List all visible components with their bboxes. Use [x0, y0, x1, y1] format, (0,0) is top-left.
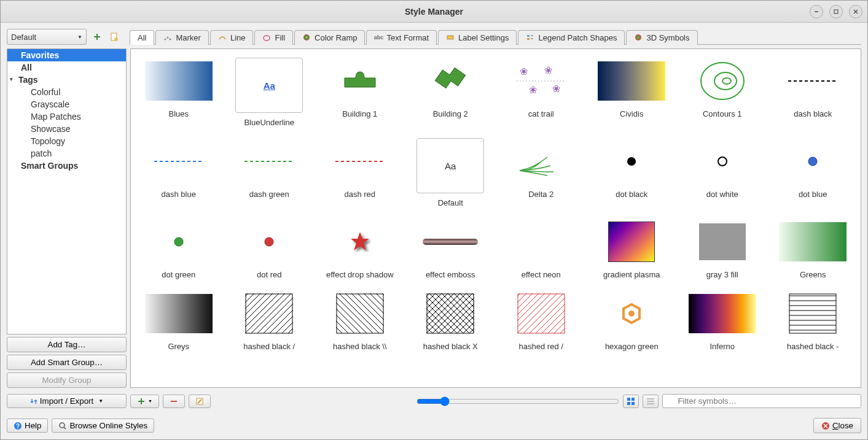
gallery-item[interactable]: effect emboss [407, 216, 495, 282]
gallery-item[interactable]: hashed black - [769, 288, 858, 353]
gallery-item-thumb [595, 218, 668, 265]
gallery-item[interactable]: Cividis [588, 55, 676, 129]
chevron-down-icon: ▼ [98, 398, 103, 404]
gallery-item[interactable]: Greens [769, 216, 858, 282]
gallery-item[interactable]: AaBlueUnderline [225, 55, 314, 129]
gallery-item-label: gray 3 fill [706, 270, 738, 279]
gallery-item[interactable]: dash green [225, 136, 314, 210]
tree-tag-topology[interactable]: Topology [7, 135, 126, 147]
maximize-button[interactable] [829, 5, 843, 18]
tree-all[interactable]: All [7, 61, 126, 74]
import-export-button[interactable]: Import / Export ▼ [7, 394, 127, 408]
gallery-item-label: Building 2 [433, 109, 468, 118]
gallery-item[interactable]: Building 1 [316, 55, 404, 129]
gallery-item[interactable]: dash black [769, 55, 858, 129]
add-tag-button[interactable]: Add Tag… [7, 337, 127, 352]
gallery-item[interactable]: Delta 2 [497, 136, 585, 210]
gallery-item[interactable]: Building 2 [407, 55, 495, 129]
gallery-item[interactable]: Contours 1 [678, 55, 767, 129]
help-button[interactable]: ? Help [7, 419, 48, 433]
gallery-item[interactable]: Inferno [678, 288, 767, 353]
tab-color-ramp[interactable]: Color Ramp [294, 30, 365, 45]
close-button[interactable]: CCloselose [813, 418, 861, 433]
edit-icon [195, 397, 204, 406]
tab-marker[interactable]: Marker [155, 30, 208, 45]
gallery-item[interactable]: hashed red / [497, 288, 585, 353]
svg-text:❀: ❀ [520, 66, 528, 77]
minimize-button[interactable] [810, 5, 823, 18]
gallery-item[interactable]: hashed black \\ [316, 288, 404, 353]
gallery-item-thumb [776, 218, 849, 265]
tree-tag-map-patches[interactable]: Map Patches [7, 110, 126, 123]
style-dropdown[interactable]: Default ▼ [7, 29, 87, 45]
main-area: Favorites All Tags Colorful Grayscale Ma… [7, 48, 861, 388]
filter-input[interactable] [662, 394, 861, 408]
gallery-item[interactable]: AaDefault [407, 136, 495, 210]
tree-tag-patch[interactable]: patch [7, 147, 126, 160]
gallery-item[interactable]: hexagon green [588, 288, 676, 353]
svg-point-9 [165, 39, 166, 41]
grid-view-button[interactable] [623, 395, 639, 408]
add-smart-group-button[interactable]: Add Smart Group… [7, 355, 127, 370]
gallery-item[interactable]: gradient plasma [588, 216, 676, 282]
symbol-gallery[interactable]: BluesAaBlueUnderlineBuilding 1Building 2… [130, 48, 861, 388]
svg-point-8 [167, 37, 169, 39]
gallery-item[interactable]: dot black [588, 136, 676, 210]
gallery-item[interactable]: Blues [135, 55, 223, 129]
gallery-item-label: dot green [162, 270, 195, 279]
tab-text-format[interactable]: abc Text Format [366, 30, 437, 45]
tree-smart-groups[interactable]: Smart Groups [7, 160, 126, 172]
tab-fill[interactable]: Fill [254, 30, 293, 45]
filter-wrap: 🔍 [662, 394, 861, 408]
svg-marker-36 [351, 232, 369, 250]
gallery-item-thumb [595, 290, 668, 337]
gallery-item[interactable]: effect drop shadow [316, 216, 404, 282]
gallery-item-thumb [143, 58, 215, 104]
gallery-item-thumb [595, 58, 668, 104]
gallery-item-thumb [143, 218, 215, 265]
save-style-button[interactable] [108, 30, 121, 44]
gallery-item[interactable]: hashed black / [225, 288, 314, 353]
tree-tags[interactable]: Tags [7, 74, 126, 86]
gallery-item[interactable]: dash blue [135, 136, 223, 210]
tab-line[interactable]: Line [210, 30, 254, 45]
tab-all[interactable]: All [130, 30, 154, 45]
gallery-item[interactable]: effect neon [497, 216, 585, 282]
gallery-item-label: hashed black \\ [333, 342, 386, 351]
tab-label-settings[interactable]: Label Settings [438, 30, 517, 45]
gallery-item-label: dot blue [799, 190, 827, 199]
tab-legend-patch[interactable]: Legend Patch Shapes [518, 30, 625, 45]
svg-point-26 [722, 78, 731, 84]
edit-symbol-button[interactable] [189, 395, 211, 408]
gallery-item[interactable]: dot red [225, 216, 314, 282]
gallery-item-thumb [414, 58, 487, 104]
tree-tag-grayscale[interactable]: Grayscale [7, 98, 126, 110]
gallery-item[interactable]: dot blue [769, 136, 858, 210]
gallery-item[interactable]: dash red [316, 136, 404, 210]
gallery-item-label: effect drop shadow [326, 270, 394, 279]
gallery-item[interactable]: dot green [135, 216, 223, 282]
tree-tag-showcase[interactable]: Showcase [7, 123, 126, 135]
modify-group-button[interactable]: Modify Group [7, 372, 127, 388]
svg-rect-37 [423, 239, 478, 245]
add-symbol-button[interactable]: ▼ [130, 395, 159, 408]
tree-favorites[interactable]: Favorites [7, 49, 126, 61]
thumbnail-size-slider[interactable] [416, 396, 619, 406]
close-window-button[interactable] [849, 5, 862, 18]
tree-tag-colorful[interactable]: Colorful [7, 86, 126, 98]
category-tree[interactable]: Favorites All Tags Colorful Grayscale Ma… [7, 48, 127, 334]
gallery-item-label: dash blue [162, 190, 196, 199]
category-tabs: All Marker Line Fill Color Ramp [130, 29, 861, 45]
tab-3d-symbols[interactable]: 3D Symbols [626, 30, 697, 45]
gallery-item[interactable]: gray 3 fill [678, 216, 767, 282]
browse-online-button[interactable]: Browse Online Styles [52, 419, 154, 433]
gallery-item[interactable]: dot white [678, 136, 767, 210]
add-style-button[interactable] [90, 30, 104, 44]
gallery-item[interactable]: Greys [135, 288, 223, 353]
remove-symbol-button[interactable] [163, 395, 185, 408]
gallery-item[interactable]: ❀❀❀❀cat trail [497, 55, 585, 129]
gallery-item-label: effect emboss [426, 270, 475, 279]
list-view-button[interactable] [643, 395, 659, 408]
gallery-item[interactable]: hashed black X [407, 288, 495, 353]
svg-rect-1 [834, 10, 838, 14]
